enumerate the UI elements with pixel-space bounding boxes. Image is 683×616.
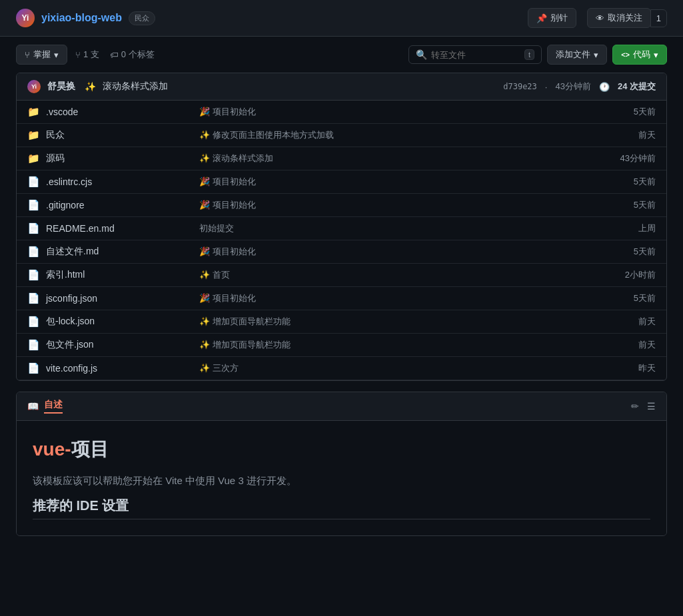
commit-time: 43分钟前 <box>555 81 590 93</box>
watch-count-button[interactable]: 1 <box>650 9 667 27</box>
committer-name[interactable]: 舒昊换 <box>47 81 75 93</box>
file-time: 前天 <box>609 129 656 141</box>
tag-icon: 🏷 <box>110 50 119 60</box>
search-input[interactable] <box>431 50 520 60</box>
commit-bar: Yi 舒昊换 ✨ 滚动条样式添加 d739e23 · 43分钟前 🕐 24 次提… <box>17 73 666 101</box>
file-name[interactable]: README.en.md <box>46 223 179 234</box>
table-row: 📄README.en.md初始提交上周 <box>17 217 666 240</box>
commit-bar-left: Yi 舒昊换 ✨ 滚动条样式添加 <box>27 80 168 93</box>
file-icon: 📄 <box>27 362 39 374</box>
commit-hash[interactable]: d739e23 <box>503 82 537 91</box>
pin-button[interactable]: 📌 别针 <box>528 8 576 28</box>
readme-section: 📖 自述 ✏ ☰ vue-项目 该模板应该可以帮助您开始在 Vite 中使用 V… <box>16 392 667 536</box>
file-icon: 📄 <box>27 292 39 304</box>
commit-message: 滚动条样式添加 <box>103 81 168 93</box>
file-commit-msg: 🎉项目初始化 <box>186 199 602 211</box>
pin-icon: 📌 <box>536 13 547 23</box>
code-button[interactable]: <> 代码 ▾ <box>612 45 667 65</box>
file-icon: 📄 <box>27 246 39 258</box>
file-time: 上周 <box>609 222 656 234</box>
add-file-chevron: ▾ <box>594 50 598 60</box>
readme-title-suffix: 项目 <box>71 439 109 460</box>
folder-icon: 📁 <box>27 153 39 164</box>
unwatch-button[interactable]: 👁 取消关注 <box>587 8 651 28</box>
committer-avatar: Yi <box>27 80 41 93</box>
file-icon: 📄 <box>27 199 39 211</box>
file-time: 前天 <box>609 316 656 328</box>
file-time: 5天前 <box>609 292 656 304</box>
file-name[interactable]: .gitignore <box>46 200 179 210</box>
repo-card: Yi 舒昊换 ✨ 滚动条样式添加 d739e23 · 43分钟前 🕐 24 次提… <box>16 73 667 381</box>
readme-title: vue-项目 <box>33 437 650 462</box>
commit-emoji: ✨ <box>85 81 96 92</box>
file-time: 43分钟前 <box>609 153 656 164</box>
eye-icon: 👁 <box>596 13 604 23</box>
file-commit-msg: ✨滚动条样式添加 <box>186 153 602 164</box>
code-icon: <> <box>621 51 630 59</box>
commits-count[interactable]: 24 次提交 <box>618 81 656 93</box>
main: Yi 舒昊换 ✨ 滚动条样式添加 d739e23 · 43分钟前 🕐 24 次提… <box>0 73 683 552</box>
history-icon: 🕐 <box>599 82 610 92</box>
file-list: 📁.vscode🎉项目初始化5天前📁民众✨修改页面主图使用本地方式加载前天📁源码… <box>17 101 666 380</box>
file-commit-msg: 🎉项目初始化 <box>186 246 602 258</box>
table-row: 📄jsconfig.json🎉项目初始化5天前 <box>17 287 666 310</box>
add-file-button[interactable]: 添加文件 ▾ <box>547 45 607 65</box>
file-name[interactable]: vite.config.js <box>46 363 179 374</box>
branches-info[interactable]: ⑂ 1 支 <box>75 49 99 61</box>
file-name[interactable]: .vscode <box>46 107 179 117</box>
file-name[interactable]: jsconfig.json <box>46 293 179 304</box>
table-row: 📄包文件.json✨增加页面导航栏功能前天 <box>17 334 666 357</box>
file-name[interactable]: 源码 <box>46 153 179 164</box>
header: Yi yixiao-blog-web 民众 📌 别针 👁 取消关注 1 <box>0 0 683 37</box>
pencil-icon[interactable]: ✏ <box>631 401 639 412</box>
file-icon: 📄 <box>27 269 39 281</box>
file-name[interactable]: .eslintrc.cjs <box>46 176 179 187</box>
file-name[interactable]: 民众 <box>46 129 179 141</box>
file-icon: 📄 <box>27 339 39 351</box>
search-kbd: t <box>524 49 534 60</box>
add-file-label: 添加文件 <box>556 49 590 61</box>
code-label: 代码 <box>633 49 650 61</box>
readme-tab[interactable]: 自述 <box>44 399 63 414</box>
header-left: Yi yixiao-blog-web 民众 <box>16 9 155 27</box>
file-icon: 📄 <box>27 316 39 328</box>
avatar: Yi <box>16 9 35 27</box>
readme-header-left: 📖 自述 <box>27 399 63 414</box>
meta-info: ⑂ 1 支 🏷 0 个标签 <box>75 49 155 61</box>
readme-title-prefix: vue- <box>33 439 71 460</box>
file-commit-msg: ✨增加页面导航栏功能 <box>186 339 602 351</box>
file-commit-msg: 初始提交 <box>186 222 602 234</box>
file-icon: 📄 <box>27 176 39 188</box>
code-chevron: ▾ <box>654 50 658 60</box>
repo-name[interactable]: yixiao-blog-web <box>41 12 122 24</box>
file-commit-msg: 🎉项目初始化 <box>186 176 602 188</box>
table-row: 📁源码✨滚动条样式添加43分钟前 <box>17 147 666 170</box>
table-row: 📄.gitignore🎉项目初始化5天前 <box>17 194 666 217</box>
table-row: 📁民众✨修改页面主图使用本地方式加载前天 <box>17 124 666 147</box>
file-commit-msg: ✨增加页面导航栏功能 <box>186 316 602 328</box>
branches-count: 1 支 <box>83 49 99 61</box>
list-icon[interactable]: ☰ <box>647 401 656 412</box>
table-row: 📁.vscode🎉项目初始化5天前 <box>17 101 666 124</box>
file-name[interactable]: 自述文件.md <box>46 246 179 258</box>
file-commit-msg: 🎉项目初始化 <box>186 292 602 304</box>
file-commit-msg: 🎉项目初始化 <box>186 106 602 118</box>
readme-book-icon: 📖 <box>27 401 39 412</box>
chevron-icon: ▾ <box>54 50 59 60</box>
file-time: 2小时前 <box>609 269 656 281</box>
file-time: 昨天 <box>609 362 656 374</box>
tags-info[interactable]: 🏷 0 个标签 <box>110 49 155 61</box>
readme-description: 该模板应该可以帮助您开始在 Vite 中使用 Vue 3 进行开发。 <box>33 473 650 489</box>
branch-button[interactable]: ⑂ 掌握 ▾ <box>16 45 67 65</box>
file-icon: 📄 <box>27 222 39 234</box>
commit-bar-right: d739e23 · 43分钟前 🕐 24 次提交 <box>503 81 656 93</box>
file-time: 5天前 <box>609 106 656 118</box>
readme-header: 📖 自述 ✏ ☰ <box>17 392 666 421</box>
file-name[interactable]: 包文件.json <box>46 339 179 351</box>
file-time: 5天前 <box>609 176 656 188</box>
branch-label: 掌握 <box>33 49 51 61</box>
file-name[interactable]: 包-lock.json <box>46 316 179 328</box>
file-name[interactable]: 索引.html <box>46 269 179 281</box>
commit-separator: · <box>545 82 548 92</box>
readme-actions: ✏ ☰ <box>631 401 656 412</box>
